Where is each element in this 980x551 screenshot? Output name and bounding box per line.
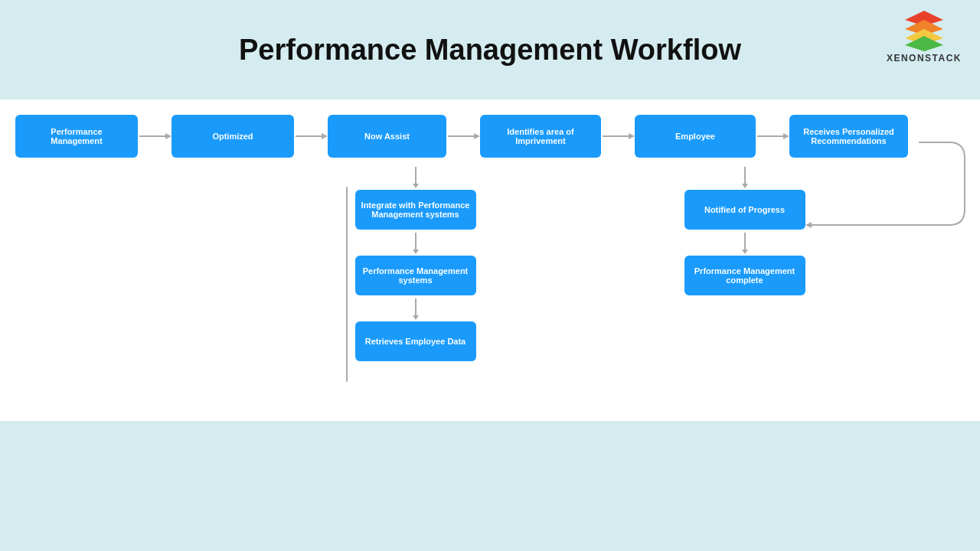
svg-marker-11	[629, 133, 635, 139]
node-identifies: Identifies area of Imprivement	[480, 115, 601, 158]
svg-marker-17	[413, 249, 419, 254]
svg-marker-5	[165, 133, 172, 139]
arrow-4	[601, 129, 635, 144]
top-row: Performance Management Optimized Now Ass…	[15, 115, 965, 158]
logo-area: XENONSTACK	[887, 9, 962, 64]
svg-marker-23	[742, 249, 748, 254]
svg-marker-15	[413, 184, 419, 188]
workflow-diagram: Performance Management Optimized Now Ass…	[15, 115, 965, 409]
xenonstack-logo-icon	[901, 9, 947, 51]
svg-marker-7	[322, 133, 328, 139]
connector-svg	[15, 164, 965, 409]
header: Performance Management Workflow XENONSTA…	[0, 0, 980, 99]
bracket-line-left	[346, 187, 348, 382]
arrow-5	[756, 129, 789, 144]
svg-marker-21	[742, 184, 748, 188]
arrow-down-r1	[737, 165, 753, 188]
node-employee: Employee	[635, 115, 756, 158]
node-perf-systems: Performance Management systems	[355, 256, 476, 295]
svg-marker-19	[413, 315, 419, 320]
arrow-3	[446, 129, 480, 144]
arrow-2	[294, 129, 328, 144]
arrow-down-3	[408, 297, 423, 320]
main-content: Performance Management Optimized Now Ass…	[0, 99, 980, 421]
arrow-down-r2	[737, 231, 753, 254]
node-notified: Notified of Progress	[684, 190, 805, 230]
left-sub-column: Integrate with Performance Management sy…	[352, 164, 479, 361]
sub-rows: Integrate with Performance Management sy…	[15, 164, 965, 409]
arrow-down-2	[408, 231, 423, 254]
node-integrate: Integrate with Performance Management sy…	[355, 190, 476, 230]
node-receives: Receives Personalized Recommendations	[789, 115, 908, 158]
arrow-down-1	[408, 165, 423, 188]
page-title: Performance Management Workflow	[239, 34, 741, 67]
bottom-section	[0, 421, 980, 551]
arrow-1	[138, 129, 172, 144]
svg-marker-9	[474, 133, 480, 139]
xenonstack-logo-text: XENONSTACK	[887, 53, 962, 64]
node-now-assist: Now Assist	[328, 115, 446, 158]
right-sub-column: Notified of Progress Prformance Manageme…	[681, 164, 808, 295]
node-performance-management: Performance Management	[15, 115, 138, 158]
svg-marker-13	[783, 133, 789, 139]
node-complete: Prformance Management complete	[684, 256, 805, 295]
node-retrieves: Retrieves Employee Data	[355, 321, 476, 361]
node-optimized: Optimized	[172, 115, 294, 158]
